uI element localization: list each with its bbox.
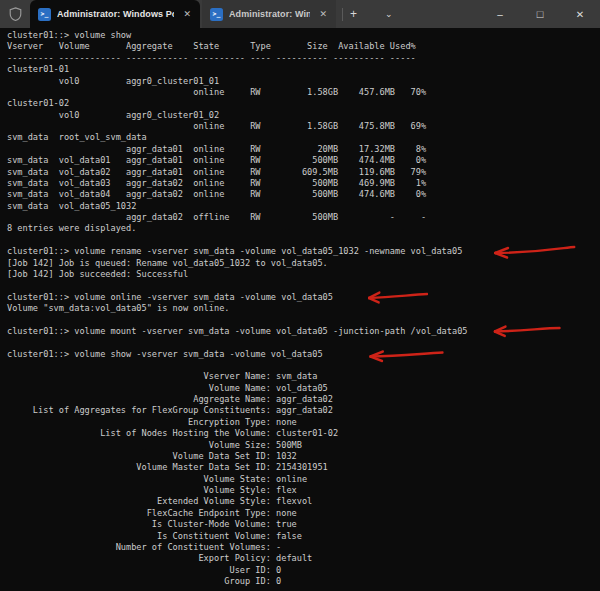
- admin-shield-icon: [0, 0, 30, 28]
- tab-title: Administrator: Windows Powe: [229, 9, 310, 19]
- terminal-output: cluster01::> volume show Vserver Volume …: [0, 28, 600, 587]
- tab-close-icon[interactable]: ✕: [180, 8, 194, 21]
- maximize-button[interactable]: □: [520, 0, 560, 28]
- close-button[interactable]: ✕: [560, 0, 600, 28]
- terminal-screen[interactable]: cluster01::> volume show Vserver Volume …: [0, 28, 600, 591]
- powershell-icon: >_: [38, 8, 51, 21]
- tab-close-icon[interactable]: ✕: [316, 8, 330, 21]
- terminal-window: cluster01::> volume show Vserver Volume …: [0, 28, 600, 591]
- tab-powershell-1[interactable]: >_ Administrator: Windows Powe ✕: [30, 0, 200, 28]
- window-controls: – □ ✕: [480, 0, 600, 28]
- titlebar: >_ Administrator: Windows Powe ✕ >_ Admi…: [0, 0, 600, 28]
- new-tab-button[interactable]: +: [343, 7, 364, 21]
- tab-title: Administrator: Windows Powe: [57, 9, 174, 19]
- minimize-button[interactable]: –: [480, 0, 520, 28]
- tab-powershell-2[interactable]: >_ Administrator: Windows Powe ✕: [202, 0, 336, 28]
- powershell-icon: >_: [210, 8, 223, 21]
- tab-dropdown-button[interactable]: ⌄: [378, 9, 400, 20]
